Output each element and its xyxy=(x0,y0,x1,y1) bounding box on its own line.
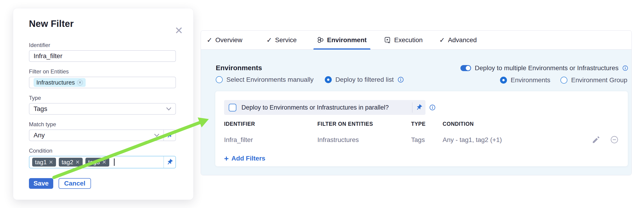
pipeline-stage-panel: ✓ Overview ✓ Service Environment xyxy=(201,30,632,175)
type-label: Type xyxy=(29,95,182,101)
close-icon[interactable]: ✕ xyxy=(174,26,183,36)
environments-header-left: Environments Select Environments manuall… xyxy=(216,64,404,84)
multi-env-toggle-row: Deploy to multiple Environments or Infra… xyxy=(460,64,628,72)
tag-remove-icon[interactable]: ✕ xyxy=(49,159,53,166)
multi-env-toggle[interactable] xyxy=(460,65,471,71)
col-identifier: IDENTIFIER xyxy=(224,121,317,127)
tag-remove-icon[interactable]: ✕ xyxy=(102,159,106,166)
match-type-pin-button[interactable] xyxy=(164,130,176,140)
info-icon xyxy=(429,104,436,111)
environment-hexagons-icon xyxy=(317,36,324,44)
info-icon[interactable] xyxy=(622,65,628,71)
tab-service[interactable]: ✓ Service xyxy=(266,30,297,49)
cell-type: Tags xyxy=(411,136,442,144)
radio-deploy-filtered[interactable]: Deploy to filtered list xyxy=(325,76,404,84)
tag-chip-label: tag2 xyxy=(62,159,74,166)
tag-chip[interactable]: tag1 ✕ xyxy=(32,158,56,166)
cancel-button[interactable]: Cancel xyxy=(58,178,91,189)
tag-remove-icon[interactable]: ✕ xyxy=(76,159,80,166)
identifier-field[interactable]: Infra_filter xyxy=(29,50,176,62)
tab-label: Advanced xyxy=(448,36,477,44)
parallel-checkbox-label: Deploy to Environments or Infrastructure… xyxy=(242,104,412,111)
check-icon: ✓ xyxy=(439,36,445,44)
info-icon[interactable] xyxy=(398,76,404,83)
parallel-pin-button[interactable] xyxy=(412,104,426,111)
radio-select-manually[interactable]: Select Environments manually xyxy=(216,76,314,84)
type-value: Tags xyxy=(34,105,47,112)
radio-icon[interactable] xyxy=(216,76,223,83)
match-type-label: Match type xyxy=(29,121,182,128)
environments-heading: Environments xyxy=(216,64,404,72)
environment-tab-content: Environments Select Environments manuall… xyxy=(201,50,632,175)
save-button[interactable]: Save xyxy=(29,178,53,189)
match-type-select[interactable]: Any xyxy=(29,130,176,141)
cell-filter-on-entities: Infrastructures xyxy=(317,136,411,144)
add-filters-label: Add Filters xyxy=(232,155,265,162)
filters-card: Deploy to Environments or Infrastructure… xyxy=(215,91,628,166)
filter-on-entities-label: Filter on Entities xyxy=(29,68,182,75)
col-filter-on-entities: FILTER ON ENTITIES xyxy=(317,121,411,127)
pushpin-icon xyxy=(166,159,173,166)
parallel-checkbox[interactable] xyxy=(229,104,236,112)
tab-label: Overview xyxy=(215,36,242,44)
entity-chip-label: Infrastructures xyxy=(36,79,75,86)
identifier-value: Infra_filter xyxy=(34,52,62,60)
condition-field[interactable]: tag1 ✕ tag2 ✕ tag3 ✕ xyxy=(29,156,176,168)
entity-chip[interactable]: Infrastructures ✕ xyxy=(34,78,86,87)
tab-label: Environment xyxy=(327,36,367,44)
tab-environment[interactable]: Environment xyxy=(317,30,367,49)
toggle-knob xyxy=(466,66,470,70)
tab-execution[interactable]: Execution xyxy=(384,30,423,49)
new-filter-modal: New Filter ✕ Identifier Infra_filter Fil… xyxy=(13,8,193,200)
plus-icon: + xyxy=(224,154,229,162)
radio-label: Deploy to filtered list xyxy=(336,76,394,84)
environment-mode-radios: Select Environments manually Deploy to f… xyxy=(216,76,404,84)
execution-play-icon xyxy=(384,36,391,44)
chip-remove-icon[interactable]: ✕ xyxy=(77,80,83,86)
match-type-select-main[interactable]: Any xyxy=(30,130,164,140)
tab-overview[interactable]: ✓ Overview xyxy=(207,30,242,49)
col-condition: CONDITION xyxy=(442,121,619,127)
chevron-down-icon xyxy=(166,107,171,110)
parallel-info[interactable] xyxy=(429,104,436,111)
radio-label: Environments xyxy=(511,76,550,84)
tag-chip-label: tag3 xyxy=(88,159,100,166)
table-row: Infra_filter Infrastructures Tags Any - … xyxy=(224,135,619,145)
modal-footer: Save Cancel xyxy=(29,178,182,189)
parallel-checkbox-strip: Deploy to Environments or Infrastructure… xyxy=(224,100,426,115)
condition-pin-button[interactable] xyxy=(164,156,176,168)
condition-label: Condition xyxy=(29,148,182,154)
tag-chip[interactable]: tag3 ✕ xyxy=(86,158,109,166)
chevron-down-icon xyxy=(154,134,159,137)
check-icon: ✓ xyxy=(266,36,272,44)
check-icon: ✓ xyxy=(207,36,212,44)
filter-on-entities-field[interactable]: Infrastructures ✕ xyxy=(29,77,176,88)
type-select[interactable]: Tags xyxy=(29,103,176,115)
radio-icon[interactable] xyxy=(325,76,332,83)
text-cursor xyxy=(114,158,114,166)
match-type-value: Any xyxy=(34,132,45,139)
tab-label: Execution xyxy=(394,36,423,44)
add-filters-button[interactable]: + Add Filters xyxy=(224,154,265,162)
condition-chips[interactable]: tag1 ✕ tag2 ✕ tag3 ✕ xyxy=(30,156,161,168)
radio-label: Select Environments manually xyxy=(226,76,314,84)
identifier-label: Identifier xyxy=(29,42,182,48)
row-actions xyxy=(592,136,618,144)
edit-pencil-icon[interactable] xyxy=(592,136,600,144)
radio-environments[interactable]: Environments xyxy=(500,76,550,84)
radio-environment-group[interactable]: Environment Group xyxy=(560,76,627,84)
modal-title: New Filter xyxy=(29,18,182,29)
radio-icon[interactable] xyxy=(500,77,507,84)
tag-chip-label: tag1 xyxy=(35,159,47,166)
toggle-label: Deploy to multiple Environments or Infra… xyxy=(475,64,618,72)
stage-tabbar: ✓ Overview ✓ Service Environment xyxy=(201,30,632,50)
filters-table-header: IDENTIFIER FILTER ON ENTITIES TYPE CONDI… xyxy=(224,121,619,127)
pushpin-icon xyxy=(416,104,422,111)
radio-label: Environment Group xyxy=(571,76,627,84)
tag-chip[interactable]: tag2 ✕ xyxy=(59,158,83,166)
radio-icon[interactable] xyxy=(560,77,568,84)
remove-minus-circle-icon[interactable] xyxy=(610,136,618,144)
environments-header: Environments Select Environments manuall… xyxy=(216,64,628,84)
tab-advanced[interactable]: ✓ Advanced xyxy=(439,30,477,49)
parallel-strip-row: Deploy to Environments or Infrastructure… xyxy=(224,100,619,115)
